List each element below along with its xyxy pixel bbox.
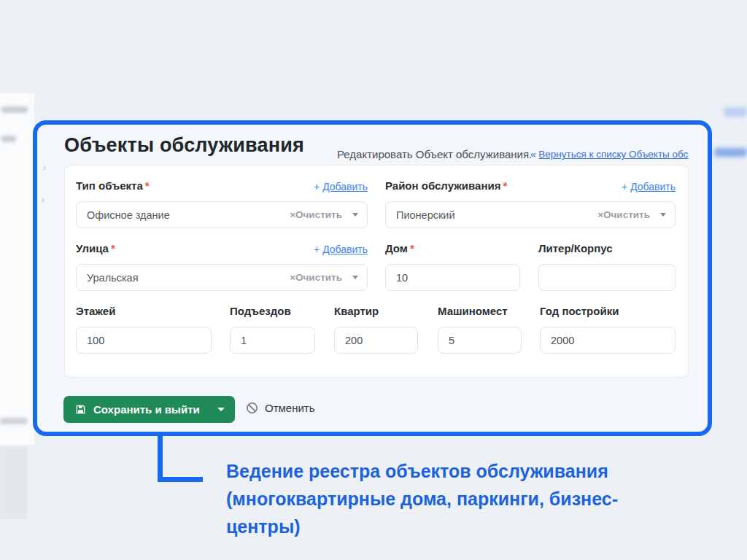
required-asterisk: * bbox=[410, 242, 414, 254]
house-label: Дом* bbox=[385, 242, 414, 254]
blurred-sidebar-text bbox=[1, 136, 16, 142]
liter-input[interactable] bbox=[538, 264, 676, 291]
object-type-select[interactable]: Офисное здание ×Очистить bbox=[76, 201, 368, 228]
callout-connector-line bbox=[158, 432, 163, 481]
save-dropdown-toggle[interactable] bbox=[217, 408, 225, 411]
page-subtitle: Редактировать Объект обслуживания. bbox=[337, 148, 532, 160]
blurred-link-continuation bbox=[714, 148, 747, 157]
add-street-link[interactable]: + Добавить bbox=[76, 244, 368, 255]
save-button-label: Сохранить и выйти bbox=[93, 403, 200, 416]
blurred-breadcrumb bbox=[724, 107, 747, 117]
annotation-caption: Ведение реестра объектов обслуживания (м… bbox=[226, 457, 618, 540]
apartments-label: Квартир bbox=[334, 305, 379, 317]
chevron-down-icon[interactable] bbox=[352, 276, 358, 279]
build-year-label: Год постройки bbox=[540, 305, 619, 317]
chevron-icon: › bbox=[43, 163, 46, 172]
chevron-down-icon[interactable] bbox=[660, 213, 666, 217]
house-input[interactable] bbox=[385, 264, 520, 291]
entrances-label: Подъездов bbox=[230, 305, 291, 317]
save-and-exit-button[interactable]: Сохранить и выйти bbox=[63, 396, 235, 423]
parking-spaces-label: Машиномест bbox=[438, 305, 508, 317]
street-select[interactable]: Уральская ×Очистить bbox=[76, 264, 368, 291]
build-year-input[interactable] bbox=[540, 327, 676, 354]
save-icon bbox=[75, 404, 86, 415]
blurred-sidebar bbox=[0, 93, 34, 445]
blurred-footer-text bbox=[0, 418, 28, 424]
cancel-button[interactable]: Отменить bbox=[246, 402, 315, 414]
back-chevrons: « bbox=[530, 149, 536, 160]
object-type-value: Офисное здание bbox=[87, 209, 290, 221]
clear-button[interactable]: ×Очистить bbox=[597, 209, 650, 220]
callout-connector-line bbox=[158, 477, 203, 482]
clear-button[interactable]: ×Очистить bbox=[290, 272, 342, 283]
add-district-link[interactable]: + Добавить bbox=[385, 181, 676, 192]
plus-icon: + bbox=[622, 181, 627, 192]
chevron-icon: › bbox=[42, 195, 44, 204]
page-title: Объекты обслуживания bbox=[64, 134, 304, 157]
cancel-button-label: Отменить bbox=[265, 402, 315, 414]
clear-button[interactable]: ×Очистить bbox=[290, 209, 342, 220]
service-district-value: Пионерский bbox=[396, 209, 597, 221]
service-district-select[interactable]: Пионерский ×Очистить bbox=[385, 201, 676, 228]
street-value: Уральская bbox=[87, 272, 290, 284]
add-object-type-link[interactable]: + Добавить bbox=[76, 181, 368, 192]
apartments-input[interactable] bbox=[334, 327, 418, 354]
cancel-icon bbox=[246, 402, 258, 414]
plus-icon: + bbox=[314, 181, 320, 192]
floors-label: Этажей bbox=[76, 305, 115, 317]
parking-spaces-input[interactable] bbox=[438, 327, 522, 354]
chevron-down-icon[interactable] bbox=[352, 213, 358, 217]
liter-label: Литер/Корпус bbox=[538, 242, 613, 254]
screenshot-stage: › › Объекты обслуживания Редактировать О… bbox=[0, 0, 747, 560]
plus-icon: + bbox=[314, 244, 320, 255]
entrances-input[interactable] bbox=[230, 327, 315, 354]
blurred-sidebar-text bbox=[1, 106, 28, 113]
floors-input[interactable] bbox=[76, 327, 212, 354]
blurred-panel bbox=[0, 446, 28, 519]
back-to-list-link[interactable]: « Вернуться к списку Объекты обс bbox=[530, 149, 708, 160]
